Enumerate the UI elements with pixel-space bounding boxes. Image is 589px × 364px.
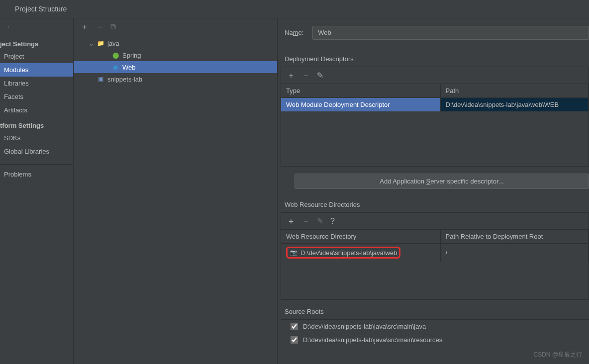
add-server-descriptor-button[interactable]: Add Application Server specific descript… — [294, 174, 589, 189]
source-root-path: D:\dev\idea\snippets-lab\java\src\main\r… — [303, 336, 442, 344]
settings-sidebar: → ject Settings Project Modules Librarie… — [0, 18, 74, 364]
tree-node-label: snippets-lab — [107, 76, 142, 83]
module-tree: ＋ － ⧉ ⌄ 📁 java ⬤ Spring ◉ Web ▣ — [74, 18, 278, 364]
cell-rel: / — [440, 244, 589, 262]
web-icon: ◉ — [111, 63, 119, 71]
sidebar-item-artifacts[interactable]: Artifacts — [0, 103, 73, 117]
folder-icon: 📷 — [290, 249, 297, 257]
add-icon[interactable]: ＋ — [287, 72, 295, 80]
source-root-row[interactable]: D:\dev\idea\snippets-lab\java\src\main\r… — [281, 333, 589, 347]
copy-icon: ⧉ — [110, 23, 116, 31]
name-input[interactable] — [312, 26, 589, 40]
sidebar-item-problems[interactable]: Problems — [0, 168, 73, 181]
sidebar-item-project[interactable]: Project — [0, 50, 73, 63]
tree-node-web[interactable]: ◉ Web — [74, 61, 277, 73]
highlighted-path: 📷 D:\dev\idea\snippets-lab\java\web — [286, 247, 400, 259]
sidebar-section-project: ject Settings — [0, 36, 73, 50]
tree-node-label: java — [107, 40, 119, 47]
web-resource-title: Web Resource Directories — [278, 193, 589, 212]
tree-node-java[interactable]: ⌄ 📁 java — [74, 37, 277, 49]
deployment-descriptors-title: Deployment Descriptors — [278, 47, 589, 67]
source-root-row[interactable]: D:\dev\idea\snippets-lab\java\src\main\j… — [281, 320, 589, 333]
module-icon: ▣ — [97, 75, 104, 83]
source-root-checkbox[interactable] — [291, 323, 298, 330]
web-resource-table[interactable]: Web Resource Directory Path Relative to … — [281, 230, 589, 262]
deployment-descriptors-table[interactable]: Type Path Web Module Deployment Descript… — [281, 84, 589, 111]
table-row[interactable]: 📷 D:\dev\idea\snippets-lab\java\web / — [281, 244, 589, 262]
add-icon[interactable]: ＋ — [287, 217, 295, 225]
add-icon[interactable]: ＋ — [81, 23, 89, 31]
edit-icon: ✎ — [317, 217, 323, 225]
source-roots-title: Source Roots — [278, 300, 589, 319]
cell-path: D:\dev\idea\snippets-lab\java\web\WEB — [440, 98, 589, 112]
sidebar-item-sdks[interactable]: SDKs — [0, 131, 73, 145]
col-rel: Path Relative to Deployment Root — [440, 230, 589, 244]
tree-node-snippets[interactable]: ▣ snippets-lab — [74, 73, 277, 85]
chevron-down-icon: ⌄ — [89, 40, 94, 47]
tree-node-label: Web — [122, 64, 136, 71]
col-type: Type — [281, 84, 440, 98]
col-path: Path — [440, 84, 589, 98]
source-root-path: D:\dev\idea\snippets-lab\java\src\main\j… — [303, 323, 426, 330]
cell-dir: 📷 D:\dev\idea\snippets-lab\java\web — [281, 244, 440, 262]
sidebar-item-modules[interactable]: Modules — [0, 63, 73, 77]
deployment-descriptors-panel: ＋ － ✎ Type Path Web Module Deployment De… — [281, 67, 589, 167]
web-resource-panel: ＋ － ✎ ? Web Resource Directory Path Rela… — [281, 212, 589, 300]
spring-icon: ⬤ — [111, 51, 119, 59]
remove-icon[interactable]: － — [302, 72, 310, 80]
sidebar-item-global-libs[interactable]: Global Libraries — [0, 145, 73, 158]
folder-icon: 📁 — [97, 39, 104, 47]
tree-node-spring[interactable]: ⬤ Spring — [74, 49, 277, 61]
tree-node-label: Spring — [122, 52, 141, 59]
sidebar-item-libraries[interactable]: Libraries — [0, 77, 73, 90]
remove-icon: － — [302, 217, 310, 225]
back-icon: → — [3, 23, 11, 31]
name-label: Name: — [285, 29, 303, 36]
source-roots-panel: D:\dev\idea\snippets-lab\java\src\main\j… — [281, 319, 589, 347]
cell-type: Web Module Deployment Descriptor — [281, 98, 440, 112]
help-icon[interactable]: ? — [330, 217, 335, 225]
col-dir: Web Resource Directory — [281, 230, 440, 244]
sidebar-section-platform: tform Settings — [0, 118, 73, 131]
sidebar-item-facets[interactable]: Facets — [0, 90, 73, 103]
source-root-checkbox[interactable] — [291, 336, 298, 344]
edit-icon[interactable]: ✎ — [317, 72, 323, 80]
remove-icon[interactable]: － — [96, 23, 103, 31]
window-title: Project Structure — [0, 0, 589, 18]
table-row[interactable]: Web Module Deployment Descriptor D:\dev\… — [281, 98, 589, 112]
facet-details: Name: Deployment Descriptors ＋ － ✎ Type … — [278, 18, 589, 364]
